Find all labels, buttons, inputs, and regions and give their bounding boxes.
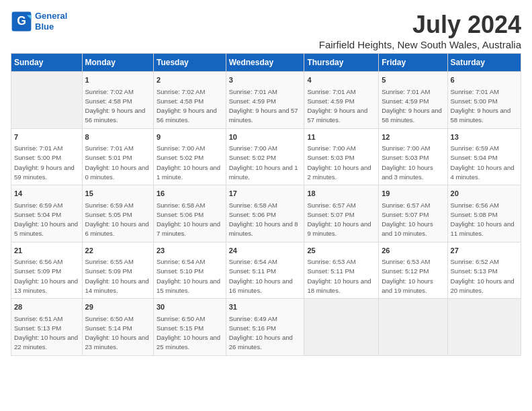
calendar-cell: 14Sunrise: 6:59 AMSunset: 5:04 PMDayligh… <box>11 185 83 242</box>
cell-line: Sunset: 5:03 PM <box>382 153 444 163</box>
cell-content: Sunrise: 6:56 AMSunset: 5:08 PMDaylight:… <box>451 201 518 239</box>
calendar-subtitle: Fairfield Heights, New South Wales, Aust… <box>319 39 521 50</box>
page-header: G General Blue July 2024 Fairfield Heigh… <box>11 11 521 50</box>
cell-line: Sunset: 5:11 PM <box>307 267 375 276</box>
cell-line: Daylight: 10 hours and 19 minutes. <box>382 277 444 296</box>
cell-line: Daylight: 10 hours and 8 minutes. <box>229 220 302 239</box>
calendar-cell: 12Sunrise: 7:00 AMSunset: 5:03 PMDayligh… <box>379 128 447 185</box>
day-number: 13 <box>451 132 518 143</box>
calendar-cell: 2Sunrise: 7:02 AMSunset: 4:58 PMDaylight… <box>154 72 226 129</box>
day-number: 18 <box>307 188 375 199</box>
calendar-cell: 1Sunrise: 7:02 AMSunset: 4:58 PMDaylight… <box>82 72 153 129</box>
cell-content: Sunrise: 7:01 AMSunset: 5:00 PMDaylight:… <box>451 87 518 126</box>
cell-line: Daylight: 10 hours and 15 minutes. <box>157 277 223 296</box>
calendar-cell: 4Sunrise: 7:01 AMSunset: 4:59 PMDaylight… <box>304 72 379 129</box>
cell-line: Sunset: 5:13 PM <box>451 267 518 276</box>
cell-content: Sunrise: 6:58 AMSunset: 5:06 PMDaylight:… <box>157 201 223 239</box>
cell-line: Daylight: 10 hours and 2 minutes. <box>307 163 375 183</box>
cell-content: Sunrise: 6:55 AMSunset: 5:09 PMDaylight:… <box>85 257 150 295</box>
cell-content: Sunrise: 6:54 AMSunset: 5:10 PMDaylight:… <box>157 257 223 295</box>
cell-line: Daylight: 10 hours and 20 minutes. <box>451 277 518 296</box>
cell-line: Daylight: 10 hours and 4 minutes. <box>451 163 518 183</box>
cell-line: Sunset: 5:01 PM <box>85 153 150 163</box>
cell-line: Daylight: 10 hours and 25 minutes. <box>157 333 223 353</box>
cell-line: Daylight: 10 hours and 23 minutes. <box>85 333 150 353</box>
cell-content: Sunrise: 6:59 AMSunset: 5:04 PMDaylight:… <box>451 144 518 182</box>
day-number: 29 <box>85 302 150 313</box>
day-number: 11 <box>307 132 375 143</box>
cell-line: Sunrise: 6:59 AM <box>451 144 518 153</box>
calendar-cell: 19Sunrise: 6:57 AMSunset: 5:07 PMDayligh… <box>379 185 447 242</box>
calendar-cell: 5Sunrise: 7:01 AMSunset: 4:59 PMDaylight… <box>379 72 447 129</box>
logo-name2: Blue <box>35 21 54 32</box>
cell-line: Sunrise: 7:01 AM <box>307 87 375 97</box>
cell-content: Sunrise: 6:59 AMSunset: 5:05 PMDaylight:… <box>85 201 150 239</box>
cell-content: Sunrise: 6:58 AMSunset: 5:06 PMDaylight:… <box>229 201 302 239</box>
cell-line: Sunrise: 6:55 AM <box>85 257 150 267</box>
calendar-cell: 7Sunrise: 7:01 AMSunset: 5:00 PMDaylight… <box>11 128 83 185</box>
calendar-cell <box>304 299 379 356</box>
day-number: 1 <box>85 75 150 86</box>
calendar-cell: 23Sunrise: 6:54 AMSunset: 5:10 PMDayligh… <box>154 242 226 299</box>
week-row-3: 14Sunrise: 6:59 AMSunset: 5:04 PMDayligh… <box>11 185 521 242</box>
day-number: 17 <box>229 188 302 199</box>
cell-content: Sunrise: 7:02 AMSunset: 4:58 PMDaylight:… <box>85 87 150 126</box>
cell-line: Sunrise: 6:51 AM <box>14 314 79 324</box>
cell-content: Sunrise: 7:02 AMSunset: 4:58 PMDaylight:… <box>157 87 223 126</box>
cell-line: Sunrise: 6:59 AM <box>85 201 150 210</box>
logo-name1: General <box>35 11 67 21</box>
cell-line: Daylight: 10 hours and 0 minutes. <box>85 163 150 183</box>
cell-line: Daylight: 9 hours and 58 minutes. <box>451 106 518 126</box>
calendar-cell: 18Sunrise: 6:57 AMSunset: 5:07 PMDayligh… <box>304 185 379 242</box>
cell-line: Sunset: 4:58 PM <box>157 97 223 106</box>
cell-content: Sunrise: 6:57 AMSunset: 5:07 PMDaylight:… <box>382 201 444 239</box>
cell-content: Sunrise: 6:54 AMSunset: 5:11 PMDaylight:… <box>229 257 302 295</box>
cell-line: Sunset: 5:06 PM <box>229 210 302 220</box>
cell-line: Sunrise: 6:56 AM <box>14 257 79 267</box>
cell-line: Sunrise: 7:00 AM <box>307 144 375 153</box>
cell-line: Sunset: 5:02 PM <box>157 153 223 163</box>
cell-line: Sunrise: 7:01 AM <box>451 87 518 97</box>
logo-icon: G <box>11 11 32 32</box>
title-block: July 2024 Fairfield Heights, New South W… <box>319 11 521 50</box>
day-number: 20 <box>451 188 518 199</box>
day-number: 5 <box>382 75 444 86</box>
cell-line: Sunset: 5:09 PM <box>85 267 150 276</box>
cell-line: Sunset: 5:16 PM <box>229 324 302 333</box>
cell-content: Sunrise: 7:00 AMSunset: 5:02 PMDaylight:… <box>229 144 302 182</box>
calendar-cell: 27Sunrise: 6:52 AMSunset: 5:13 PMDayligh… <box>447 242 521 299</box>
cell-line: Daylight: 10 hours and 3 minutes. <box>382 163 444 183</box>
calendar-cell: 13Sunrise: 6:59 AMSunset: 5:04 PMDayligh… <box>447 128 521 185</box>
day-number: 28 <box>14 302 79 313</box>
cell-line: Sunrise: 6:59 AM <box>14 201 79 210</box>
cell-line: Daylight: 10 hours and 5 minutes. <box>14 220 79 239</box>
cell-line: Sunrise: 6:53 AM <box>382 257 444 267</box>
cell-line: Sunset: 5:13 PM <box>14 324 79 333</box>
header-sunday: Sunday <box>11 54 83 72</box>
cell-line: Daylight: 10 hours and 22 minutes. <box>14 333 79 353</box>
cell-content: Sunrise: 6:50 AMSunset: 5:14 PMDaylight:… <box>85 314 150 353</box>
header-saturday: Saturday <box>447 54 521 72</box>
cell-content: Sunrise: 6:57 AMSunset: 5:07 PMDaylight:… <box>307 201 375 239</box>
cell-content: Sunrise: 6:53 AMSunset: 5:12 PMDaylight:… <box>382 257 444 295</box>
cell-content: Sunrise: 6:59 AMSunset: 5:04 PMDaylight:… <box>14 201 79 239</box>
cell-line: Sunset: 5:14 PM <box>85 324 150 333</box>
day-number: 8 <box>85 132 150 143</box>
week-row-1: 1Sunrise: 7:02 AMSunset: 4:58 PMDaylight… <box>11 72 521 129</box>
cell-content: Sunrise: 6:56 AMSunset: 5:09 PMDaylight:… <box>14 257 79 295</box>
cell-line: Daylight: 10 hours and 6 minutes. <box>85 220 150 239</box>
calendar-cell: 9Sunrise: 7:00 AMSunset: 5:02 PMDaylight… <box>154 128 226 185</box>
cell-line: Daylight: 10 hours and 18 minutes. <box>307 277 375 296</box>
day-number: 21 <box>14 245 79 257</box>
cell-content: Sunrise: 7:01 AMSunset: 4:59 PMDaylight:… <box>307 87 375 126</box>
cell-line: Sunrise: 7:02 AM <box>85 87 150 97</box>
cell-line: Sunrise: 7:01 AM <box>382 87 444 97</box>
calendar-cell: 22Sunrise: 6:55 AMSunset: 5:09 PMDayligh… <box>82 242 153 299</box>
calendar-header-row: SundayMondayTuesdayWednesdayThursdayFrid… <box>11 54 521 72</box>
calendar-cell <box>447 299 521 356</box>
week-row-4: 21Sunrise: 6:56 AMSunset: 5:09 PMDayligh… <box>11 242 521 299</box>
day-number: 22 <box>85 245 150 257</box>
cell-line: Sunrise: 7:01 AM <box>85 144 150 153</box>
header-wednesday: Wednesday <box>226 54 304 72</box>
header-thursday: Thursday <box>304 54 379 72</box>
